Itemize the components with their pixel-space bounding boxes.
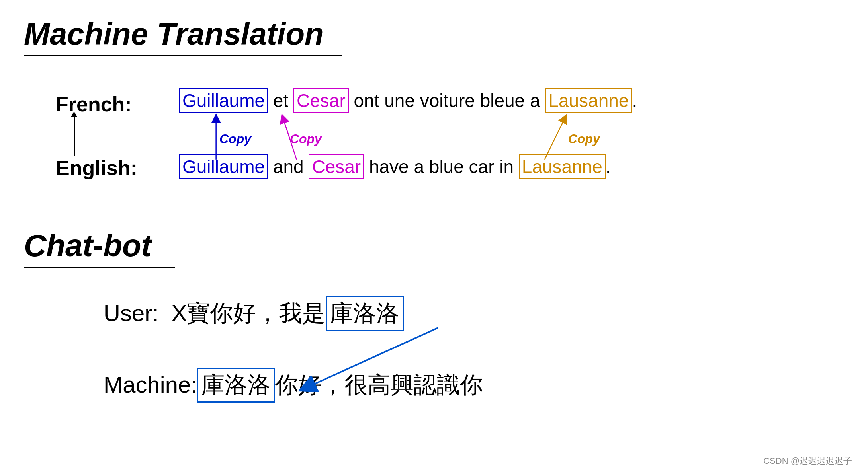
mt-title: Machine Translation <box>24 16 844 52</box>
page-container: Machine Translation French: English: Gui… <box>0 0 868 475</box>
chatbot-diagram: User: X寶你好，我是庫洛洛 Machine:庫洛洛你好，很高興認識你 <box>104 288 844 439</box>
chatbot-arrow-svg <box>104 288 581 439</box>
svg-text:Copy: Copy <box>219 132 252 146</box>
french-label: French: <box>56 92 132 116</box>
machine-translation-section: Machine Translation French: English: Gui… <box>24 16 844 204</box>
lang-direction-arrow <box>74 116 75 156</box>
translation-diagram: French: English: Guillaume et Cesar ont … <box>56 76 844 204</box>
copy-arrows-svg: Copy Copy Copy <box>179 76 816 204</box>
chatbot-section: Chat-bot User: X寶你好，我是庫洛洛 Machine:庫洛洛你好，… <box>24 228 844 439</box>
mt-divider <box>24 55 342 56</box>
svg-line-6 <box>307 328 438 387</box>
english-label: English: <box>56 156 137 180</box>
chatbot-title: Chat-bot <box>24 228 844 264</box>
svg-line-4 <box>545 118 565 160</box>
watermark: CSDN @迟迟迟迟迟子 <box>763 455 852 467</box>
svg-text:Copy: Copy <box>568 132 601 146</box>
svg-text:Copy: Copy <box>290 132 323 146</box>
chatbot-divider <box>24 267 175 268</box>
